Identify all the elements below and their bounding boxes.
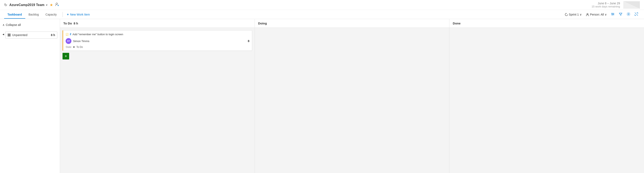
svg-point-0	[56, 3, 58, 5]
team-name-label: AzureCamp2019 Team	[9, 3, 44, 7]
assignee-initials: ST	[67, 40, 70, 42]
collapse-icon: ∧	[2, 23, 4, 27]
tab-backlog[interactable]: Backlog	[25, 10, 42, 19]
favorite-star-icon[interactable]: ★	[50, 3, 53, 7]
manage-members-icon[interactable]	[55, 2, 59, 8]
date-range-label: June 8 – June 29	[598, 2, 620, 5]
group-header: Unparented 8 h	[6, 32, 57, 38]
task-checkbox-icon: ☑	[66, 33, 68, 37]
column-done-header: Done	[450, 19, 644, 28]
assignee-info: ST Simon Timms	[66, 38, 90, 44]
team-chevron-icon: ∨	[46, 4, 48, 7]
expand-icon	[634, 12, 638, 16]
svg-point-7	[612, 13, 612, 14]
svg-point-3	[587, 14, 588, 15]
tab-taskboard[interactable]: Taskboard	[4, 10, 25, 19]
svg-point-8	[613, 14, 614, 14]
top-bar: ↻ AzureCamp2019 Team ∨ ★ June 8 – June 2…	[0, 0, 644, 10]
board: To Do 8 h ☑ 2 Add "remember me" button t…	[60, 19, 644, 173]
task-card[interactable]: ☑ 2 Add "remember me" button to login sc…	[62, 30, 252, 51]
assignee-name: Simon Timms	[73, 40, 90, 43]
sprint-chevron-icon: ∨	[580, 13, 582, 16]
layout-icon	[611, 12, 614, 16]
task-state-row: State To Do	[66, 46, 250, 49]
new-work-item-button[interactable]: + New Work Item	[65, 12, 92, 18]
person-selector-label: Person: All	[590, 13, 604, 16]
sidebar: ∧ Collapse all ◀ Unparented 8 h	[0, 19, 60, 173]
column-doing: Doing	[255, 19, 450, 173]
tab-capacity[interactable]: Capacity	[42, 10, 60, 19]
column-done: Done	[450, 19, 644, 173]
nav-divider	[62, 12, 63, 17]
sprint-area: June 8 – June 29 15 work days remaining	[592, 1, 640, 9]
sprint-selector-button[interactable]: Sprint 1 ∨	[563, 12, 583, 17]
svg-point-9	[612, 15, 613, 15]
top-bar-left: ↻ AzureCamp2019 Team ∨ ★	[4, 2, 59, 8]
loop-icon: ↻	[4, 3, 7, 7]
column-doing-header: Doing	[255, 19, 450, 28]
new-work-item-label: New Work Item	[70, 13, 90, 16]
date-info: June 8 – June 29 15 work days remaining	[592, 2, 620, 8]
sprint-icon	[565, 13, 568, 16]
state-dot-icon	[73, 46, 75, 48]
gear-icon	[626, 12, 630, 16]
sprint-label: Sprint 1	[569, 13, 579, 16]
column-todo-body: ☑ 2 Add "remember me" button to login sc…	[60, 28, 254, 90]
group-name: Unparented	[12, 33, 27, 37]
collapse-all-button[interactable]: ∧ Collapse all	[2, 22, 21, 27]
nav-bar: Taskboard Backlog Capacity + New Work It…	[0, 10, 644, 19]
column-doing-title: Doing	[258, 22, 267, 25]
task-hours: 8	[248, 39, 250, 43]
group-triangle-icon: ◀	[2, 33, 4, 36]
person-selector-icon	[586, 13, 589, 16]
filter-icon	[619, 12, 622, 16]
assignee-avatar: ST	[66, 38, 72, 44]
task-id: 2	[70, 33, 71, 36]
person-chevron-icon: ∨	[605, 13, 607, 16]
column-done-title: Done	[453, 22, 460, 25]
main-content: ∧ Collapse all ◀ Unparented 8 h To Do 8 …	[0, 19, 644, 173]
settings-button[interactable]	[625, 11, 632, 18]
column-todo-count: 8 h	[74, 22, 78, 25]
sprint-burndown-chart	[623, 1, 640, 9]
unparented-icon	[8, 34, 10, 37]
add-plus-icon: +	[64, 54, 67, 59]
column-doing-body	[255, 28, 450, 90]
add-card-button[interactable]: +	[62, 53, 69, 60]
column-done-body	[450, 28, 644, 90]
person-selector-button[interactable]: Person: All ∨	[584, 12, 608, 17]
expand-button[interactable]	[633, 11, 640, 18]
svg-point-10	[628, 14, 629, 15]
layout-settings-button[interactable]	[609, 11, 616, 18]
state-value: To Do	[76, 46, 83, 49]
work-remaining-label: 15 work days remaining	[592, 5, 620, 8]
state-label: State	[66, 46, 72, 49]
task-title: Add "remember me" button to login screen	[72, 33, 123, 36]
sidebar-group-row: ◀ Unparented 8 h	[2, 30, 57, 39]
column-todo: To Do 8 h ☑ 2 Add "remember me" button t…	[60, 19, 255, 173]
nav-tabs: Taskboard Backlog Capacity	[4, 10, 60, 19]
group-hours: 8 h	[51, 33, 55, 37]
filter-button[interactable]	[617, 11, 624, 18]
column-todo-title: To Do	[63, 22, 72, 25]
nav-right: Sprint 1 ∨ Person: All ∨	[563, 11, 640, 18]
column-todo-header: To Do 8 h	[60, 19, 254, 28]
task-card-header: ☑ 2 Add "remember me" button to login sc…	[66, 33, 250, 37]
collapse-all-label: Collapse all	[6, 23, 21, 27]
plus-icon: +	[67, 13, 69, 16]
team-name[interactable]: AzureCamp2019 Team ∨	[9, 3, 48, 7]
work-item-group-unparented[interactable]: Unparented 8 h	[6, 32, 57, 39]
task-meta: ST Simon Timms 8	[66, 38, 250, 44]
